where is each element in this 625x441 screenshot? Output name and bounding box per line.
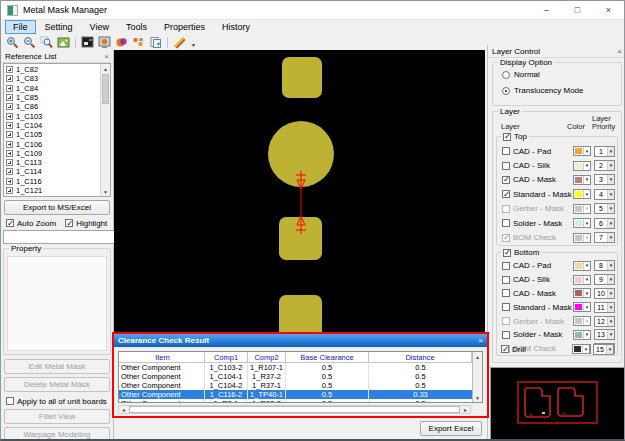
scrollbar-thumb[interactable] (129, 406, 460, 413)
list-item[interactable]: 1_C86 (4, 102, 100, 111)
maximize-button[interactable]: □ (562, 1, 593, 19)
expand-icon[interactable] (6, 168, 13, 175)
table-row[interactable]: Other Component1_C104-21_R37-10.50.5 (119, 381, 472, 390)
priority-dropdown[interactable]: 5 (594, 203, 615, 214)
layer-checkbox[interactable] (502, 289, 510, 297)
zoom-window-icon[interactable] (39, 35, 54, 49)
menu-file[interactable]: File (5, 20, 36, 34)
list-item[interactable]: 1_C122 (4, 195, 100, 196)
layer-checkbox[interactable] (502, 262, 510, 270)
minimize-button[interactable]: – (531, 1, 562, 19)
search-input[interactable] (3, 230, 119, 244)
priority-dropdown[interactable]: 13 (594, 329, 615, 340)
expand-icon[interactable] (6, 66, 13, 73)
drill-checkbox[interactable] (501, 345, 509, 353)
snapshot-icon[interactable] (56, 35, 71, 49)
priority-dropdown[interactable]: 8 (594, 260, 615, 271)
expand-icon[interactable] (6, 178, 13, 185)
menu-setting[interactable]: Setting (37, 20, 81, 34)
col-comp2[interactable]: Comp2 (248, 352, 286, 362)
edit-metal-mask-button[interactable]: Edit Metal Mask (4, 359, 110, 374)
list-item[interactable]: 1_C114 (4, 167, 100, 176)
board-preview[interactable] (490, 367, 625, 440)
list-item[interactable]: 1_C104 (4, 121, 100, 130)
panel-close-icon[interactable]: × (617, 47, 622, 56)
color-dropdown[interactable] (573, 330, 591, 340)
priority-dropdown[interactable]: 15 (593, 344, 614, 355)
delete-metal-mask-button[interactable]: Delete Metal Mask (4, 377, 110, 392)
priority-dropdown[interactable]: 2 (594, 160, 615, 171)
export-ms-excel-button[interactable]: Export to MS/Excel (4, 200, 110, 215)
list-item[interactable]: 1_C85 (4, 93, 100, 102)
panel-close-icon[interactable]: × (104, 52, 109, 61)
layer-checkbox[interactable] (502, 276, 510, 284)
scroll-down-icon[interactable] (473, 393, 482, 402)
priority-dropdown[interactable]: 12 (594, 316, 615, 327)
expand-icon[interactable] (6, 159, 13, 166)
zoom-in-icon[interactable] (5, 35, 20, 49)
color-dropdown[interactable] (573, 161, 591, 171)
table-scrollbar[interactable] (472, 352, 482, 402)
list-item[interactable]: 1_C103 (4, 111, 100, 120)
col-distance[interactable]: Distance (369, 352, 472, 362)
design-canvas[interactable] (114, 50, 485, 332)
priority-dropdown[interactable]: 6 (594, 218, 615, 229)
color-dropdown[interactable] (573, 189, 591, 199)
color-dropdown[interactable] (573, 175, 591, 185)
expand-icon[interactable] (6, 187, 13, 194)
scroll-left-icon[interactable] (119, 406, 128, 413)
scroll-up-icon[interactable] (101, 64, 110, 73)
priority-dropdown[interactable]: 7 (594, 232, 615, 243)
expand-icon[interactable] (6, 141, 13, 148)
expand-icon[interactable] (6, 103, 13, 110)
zoom-out-icon[interactable] (22, 35, 37, 49)
col-comp1[interactable]: Comp1 (205, 352, 248, 362)
layer-checkbox[interactable] (502, 219, 510, 227)
layer-checkbox[interactable] (502, 176, 510, 184)
table-row[interactable]: Other Component1_C103-21_R107-10.50.5 (119, 363, 472, 372)
highlight-checkbox[interactable] (65, 219, 73, 227)
list-item[interactable]: 1_C84 (4, 84, 100, 93)
clearance-title-bar[interactable]: Clearance Check Result × (114, 334, 487, 347)
layer-checkbox[interactable] (502, 190, 510, 198)
auto-zoom-checkbox[interactable] (6, 219, 14, 227)
table-row-selected[interactable]: Other Component1_C116-21_TP40-10.50.33 (119, 390, 472, 399)
list-item[interactable]: 1_C109 (4, 149, 100, 158)
warpage-modeling-button[interactable]: Warpage Modeling (4, 427, 110, 441)
scroll-down-icon[interactable] (101, 187, 110, 196)
toolbar-overflow-icon[interactable] (191, 42, 196, 50)
menu-tools[interactable]: Tools (118, 20, 155, 34)
layer-checkbox[interactable] (502, 234, 510, 242)
color-dropdown[interactable] (572, 344, 590, 354)
layer-checkbox[interactable] (502, 317, 510, 325)
translucency-icon[interactable] (114, 35, 129, 49)
color-dropdown[interactable] (573, 218, 591, 228)
scroll-up-icon[interactable] (473, 352, 482, 361)
translucency-radio[interactable] (502, 87, 510, 95)
copy-report-icon[interactable] (148, 35, 163, 49)
close-button[interactable]: × (593, 1, 624, 19)
fillet-view-button[interactable]: Fillet View (4, 409, 110, 424)
expand-icon[interactable] (6, 94, 13, 101)
priority-dropdown[interactable]: 10 (594, 288, 615, 299)
color-dropdown[interactable] (573, 275, 591, 285)
layer-checkbox[interactable] (502, 331, 510, 339)
color-dropdown[interactable] (573, 146, 591, 156)
expand-icon[interactable] (6, 150, 13, 157)
table-row[interactable]: Other Component1_C104-11_R37-20.50.5 (119, 372, 472, 381)
layer-checkbox[interactable] (502, 147, 510, 155)
expand-icon[interactable] (6, 75, 13, 82)
layer-checkbox[interactable] (502, 303, 510, 311)
expand-icon[interactable] (6, 131, 13, 138)
menu-view[interactable]: View (82, 20, 117, 34)
display-mask-icon[interactable] (97, 35, 112, 49)
col-base-clearance[interactable]: Base Clearance (286, 352, 369, 362)
list-item[interactable]: 1_C113 (4, 158, 100, 167)
scrollbar-thumb[interactable] (102, 74, 109, 104)
color-dropdown[interactable] (573, 302, 591, 312)
display-board-icon[interactable] (80, 35, 95, 49)
normal-option[interactable]: Normal (502, 70, 621, 79)
expand-icon[interactable] (6, 122, 13, 129)
list-item[interactable]: 1_C121 (4, 186, 100, 195)
color-dropdown[interactable] (573, 261, 591, 271)
